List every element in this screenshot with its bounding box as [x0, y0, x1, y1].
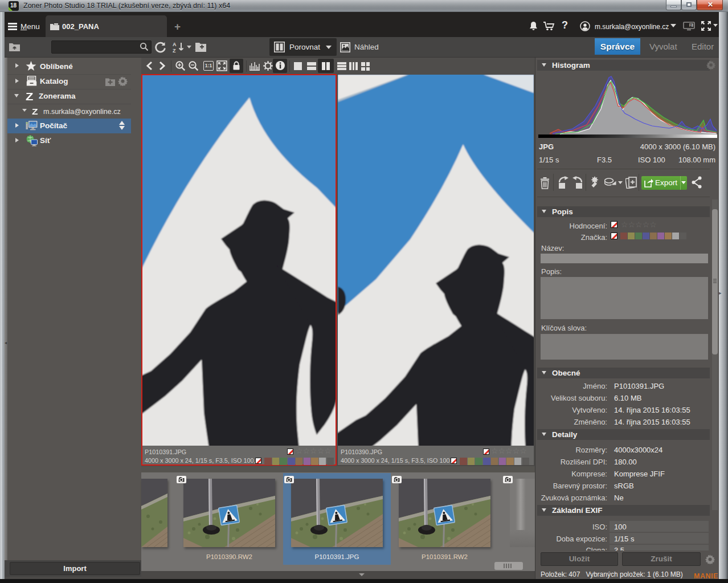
svg-text:A: A — [173, 42, 177, 47]
svg-text:2: 2 — [690, 23, 692, 27]
svg-text:Z: Z — [173, 48, 176, 53]
